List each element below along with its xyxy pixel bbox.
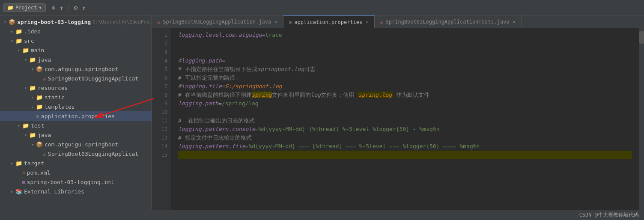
root-folder-icon: 📦 <box>9 19 15 25</box>
target-icon: 📁 <box>15 160 22 166</box>
java-arrow: ▾ <box>22 57 29 62</box>
file-tree[interactable]: ▾ 📦 spring-boot-03-logging C:\Users\lfy\… <box>0 15 152 210</box>
line-numbers: 1 2 3 4 5 6 7 8 9 10 11 12 13 14 15 <box>152 28 171 210</box>
settings-icon[interactable]: ⚙ <box>73 3 78 12</box>
java2-label: java <box>38 132 51 138</box>
app-label: SpringBoot03LoggingApplicat <box>48 75 138 82</box>
status-bar: CSDN @牛大哥教你敲代码 <box>0 210 644 220</box>
tree-static[interactable]: ▸ 📁 static <box>0 92 152 102</box>
tree-test-java[interactable]: ☕ SpringBoot03LoggingApplicat <box>0 149 152 158</box>
project-dropdown[interactable]: 📁 Project ▾ <box>3 3 46 12</box>
collapse-icon[interactable]: ↑ <box>59 3 64 12</box>
tab-appprops[interactable]: ⚙ application.properties ✕ <box>283 15 375 28</box>
src-icon: 📁 <box>15 38 22 44</box>
extlib-icon: 📚 <box>15 188 22 195</box>
code-area[interactable]: logging.level.com.atguigu=trace #logging… <box>171 28 639 210</box>
code-line-2 <box>178 39 632 48</box>
tree-java[interactable]: ▾ 📁 java <box>0 55 152 64</box>
tree-pom[interactable]: m pom.xml <box>0 168 152 177</box>
resources-icon: 📁 <box>29 85 36 91</box>
java-file-icon: ☕ <box>43 75 46 82</box>
idea-label: .idea <box>24 28 41 35</box>
expand-arrow: ▾ <box>2 20 9 24</box>
sync-icon[interactable]: ⊕ <box>51 3 56 12</box>
pom-icon: m <box>22 170 25 175</box>
right-scrollbar[interactable] <box>639 28 644 210</box>
tab3-icon: ☕ <box>380 19 383 25</box>
tab3-label: SpringBoot03LoggingApplicationTests.java <box>386 19 510 25</box>
tree-templates[interactable]: ▸ 📁 templates <box>0 102 152 111</box>
tab-springbootapp[interactable]: ☕ SpringBoot03LoggingApplication.java ✕ <box>152 15 283 28</box>
idea-icon: 📁 <box>15 28 22 35</box>
resources-label: resources <box>38 85 68 91</box>
idea-arrow: ▸ <box>9 29 15 34</box>
test-arrow: ▾ <box>15 123 22 128</box>
tabs-bar: ☕ SpringBoot03LoggingApplication.java ✕ … <box>152 15 644 28</box>
tree-test[interactable]: ▾ 📁 test <box>0 121 152 130</box>
editor-container: ☕ SpringBoot03LoggingApplication.java ✕ … <box>152 15 644 210</box>
package-label: com.atguigu.springboot <box>45 66 118 72</box>
editor-content[interactable]: 1 2 3 4 5 6 7 8 9 10 11 12 13 14 15 logg… <box>152 28 644 210</box>
code-line-9: logging.path=/spring/log <box>178 99 632 108</box>
tree-resources[interactable]: ▾ 📁 resources <box>0 83 152 92</box>
pkg-arrow: ▾ <box>29 67 36 71</box>
main-icon: 📁 <box>22 47 29 54</box>
root-label: spring-boot-03-logging <box>17 19 91 25</box>
package2-label: com.atguigu.springboot <box>45 141 118 148</box>
test-icon: 📁 <box>22 122 29 129</box>
code-line-5: # 不指定路径在当前项目下生成springboot.log日志 <box>178 65 632 74</box>
project-label: Project <box>15 5 37 11</box>
code-line-12: logging.pattern.console=%d{yyyy-MM-dd} [… <box>178 125 632 134</box>
tree-src[interactable]: ▾ 📁 src <box>0 36 152 45</box>
props-label: application.properties <box>41 113 115 119</box>
code-line-11: # 在控制台输出的日志的格式 <box>178 116 632 125</box>
code-line-13: # 指定文件中日志输出的格式 <box>178 134 632 142</box>
tab1-label: SpringBoot03LoggingApplication.java <box>163 19 271 25</box>
java2-folder-icon: 📁 <box>29 132 36 138</box>
root-path: C:\Users\lfy\IdeaProj <box>92 19 152 25</box>
tree-app-java[interactable]: ☕ SpringBoot03LoggingApplicat <box>0 74 152 83</box>
tree-java2[interactable]: ▾ 📁 java <box>0 130 152 140</box>
iml-label: spring-boot-03-logging.iml <box>27 179 114 185</box>
src-label: src <box>24 38 34 44</box>
tab3-close[interactable]: ✕ <box>512 19 516 24</box>
tab-apptest[interactable]: ☕ SpringBoot03LoggingApplicationTests.ja… <box>375 15 522 28</box>
tree-root[interactable]: ▾ 📦 spring-boot-03-logging C:\Users\lfy\… <box>0 17 152 27</box>
templates-label: templates <box>45 104 75 110</box>
tree-target[interactable]: ▸ 📁 target <box>0 158 152 168</box>
tree-main[interactable]: ▾ 📁 main <box>0 45 152 55</box>
props-file-icon: ⚙ <box>36 113 39 119</box>
java2-arrow: ▾ <box>22 133 29 137</box>
res-arrow: ▾ <box>22 86 29 90</box>
target-label: target <box>24 160 44 166</box>
static-label: static <box>45 94 65 101</box>
tree-idea[interactable]: ▸ 📁 .idea <box>0 27 152 36</box>
tree-iml[interactable]: ▦ spring-boot-03-logging.iml <box>0 177 152 187</box>
toolbar: 📁 Project ▾ ⊕ ↑ ⚙ ↕ <box>0 0 644 15</box>
target-arrow: ▸ <box>9 161 15 166</box>
src-arrow: ▾ <box>9 39 15 43</box>
test-label: test <box>31 122 44 129</box>
extlib-label: External Libraries <box>24 188 84 195</box>
code-line-6: # 可以指定完整的路径： <box>178 74 632 82</box>
pom-label: pom.xml <box>27 169 51 176</box>
tab1-close[interactable]: ✕ <box>274 19 278 24</box>
code-line-8: # 在当前磁盘的根路径下创建spring文件夹和里面的log文件夹；使用 spr… <box>178 91 632 99</box>
test-java-label: SpringBoot03LoggingApplicat <box>48 151 138 157</box>
code-line-4: #logging.path= <box>178 56 632 65</box>
iml-icon: ▦ <box>22 179 25 185</box>
code-line-14: logging.pattern.file=%d{yyyy-MM-dd} === … <box>178 142 632 151</box>
tree-extlibs[interactable]: ▸ 📚 External Libraries <box>0 187 152 196</box>
layout-icon[interactable]: ↕ <box>81 3 86 12</box>
code-line-10 <box>178 108 632 116</box>
main-label: main <box>31 47 44 54</box>
java-label: java <box>38 56 51 63</box>
tree-package[interactable]: ▾ 📦 com.atguigu.springboot <box>0 64 152 74</box>
tree-package2[interactable]: ▾ 📦 com.atguigu.springboot <box>0 140 152 149</box>
package2-icon: 📦 <box>36 141 43 148</box>
main-layout: ▾ 📦 spring-boot-03-logging C:\Users\lfy\… <box>0 15 644 210</box>
static-icon: 📁 <box>36 94 43 101</box>
tab1-icon: ☕ <box>157 19 160 25</box>
tree-app-props[interactable]: ⚙ application.properties <box>0 111 152 121</box>
tab2-close[interactable]: ✕ <box>365 19 369 25</box>
